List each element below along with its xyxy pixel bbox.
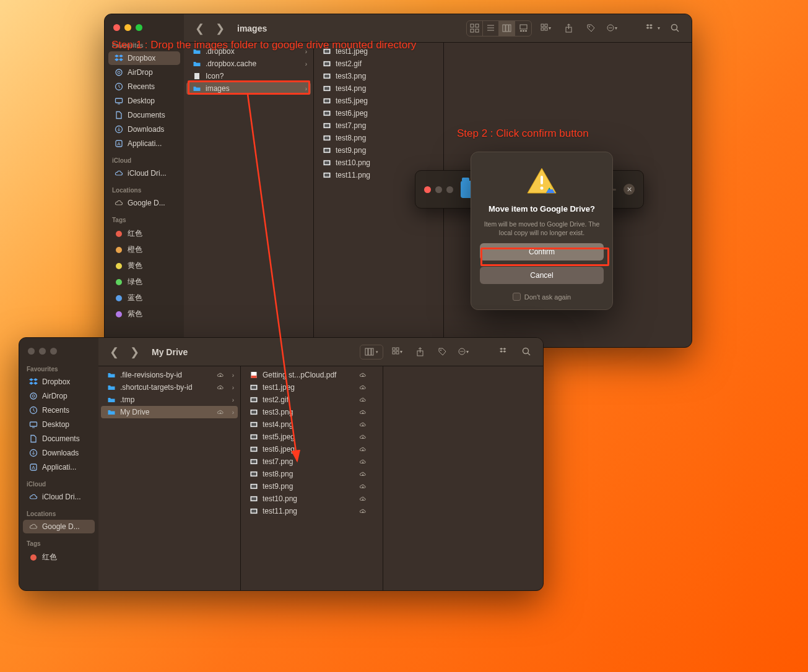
sidebar-item-recents[interactable]: Recents [108, 80, 180, 93]
file-row[interactable]: test9.png [243, 480, 380, 493]
sidebar-item--[interactable]: 紫色 [108, 306, 180, 322]
action-button[interactable]: ▾ [605, 21, 621, 36]
file-row[interactable]: My Drive› [101, 406, 238, 418]
file-row[interactable]: Icon? [186, 70, 311, 82]
close-icon[interactable] [424, 186, 431, 193]
img-icon [250, 445, 258, 454]
file-row[interactable]: test3.png [243, 406, 380, 418]
sidebar-item-desktop[interactable]: Desktop [108, 94, 180, 108]
file-row[interactable]: test6.jpeg [316, 107, 441, 119]
minimize-icon[interactable] [124, 24, 131, 31]
sidebar-item-documents[interactable]: Documents [23, 432, 95, 446]
sidebar-item--[interactable]: 绿色 [108, 274, 180, 290]
sidebar-item-google-d-[interactable]: Google D... [108, 196, 180, 210]
dont-ask-checkbox[interactable]: Don't ask again [513, 293, 571, 301]
close-icon[interactable] [28, 348, 35, 355]
tags-button[interactable] [583, 21, 599, 36]
sidebar-section-label: Locations [105, 181, 184, 196]
cancel-copy-button[interactable]: ✕ [623, 184, 635, 195]
file-row[interactable]: test9.png [316, 144, 441, 157]
file-name: test7.png [336, 121, 366, 130]
file-row[interactable]: .dropbox› [186, 45, 311, 58]
column-2[interactable]: Getting st...pCloud.pdftest1.jpegtest2.g… [241, 366, 383, 590]
back-button[interactable]: ❮ [193, 20, 207, 37]
dropbox-toolbar-icon[interactable]: ▾ [645, 21, 661, 36]
sidebar-item--[interactable]: 红色 [23, 549, 95, 565]
sidebar-item-google-d-[interactable]: Google D... [23, 520, 95, 533]
file-row[interactable]: images› [186, 82, 311, 95]
file-row[interactable]: test4.png [316, 82, 441, 95]
sidebar-item--[interactable]: 橙色 [108, 242, 180, 257]
sidebar-item--[interactable]: 蓝色 [108, 290, 180, 306]
sidebar-item-icloud-dri-[interactable]: iCloud Dri... [23, 490, 95, 504]
share-button[interactable] [560, 21, 576, 36]
sidebar-item-airdrop[interactable]: AirDrop [23, 389, 95, 403]
svg-rect-109 [251, 485, 256, 488]
close-icon[interactable] [113, 24, 120, 31]
sidebar-item-dropbox[interactable]: Dropbox [108, 51, 180, 65]
file-name: test3.png [336, 72, 366, 80]
column-view-button[interactable]: ▾ [360, 345, 383, 360]
file-row[interactable]: test10.png [316, 157, 441, 169]
cancel-button[interactable]: Cancel [480, 267, 604, 284]
file-row[interactable]: test7.png [243, 455, 380, 468]
column-1[interactable]: .file-revisions-by-id›.shortcut-targets-… [98, 366, 241, 590]
file-row[interactable]: .file-revisions-by-id› [101, 369, 238, 381]
sidebar-item-downloads[interactable]: Downloads [23, 446, 95, 460]
file-row[interactable]: test10.png [243, 493, 380, 505]
file-row[interactable]: test8.png [243, 468, 380, 480]
file-name: test9.png [336, 146, 366, 155]
icon-view-button[interactable] [467, 21, 483, 36]
file-row[interactable]: test1.jpeg [243, 381, 380, 394]
sidebar-item-applicati-[interactable]: AApplicati... [23, 460, 95, 474]
sidebar-item-desktop[interactable]: Desktop [23, 418, 95, 431]
sidebar-item--[interactable]: 红色 [108, 226, 180, 241]
sidebar-item-applicati-[interactable]: AApplicati... [108, 137, 180, 150]
share-button[interactable] [412, 345, 428, 360]
column-view-button[interactable] [499, 21, 515, 36]
file-row[interactable]: test7.png [316, 119, 441, 132]
sidebar-item-icloud-dri-[interactable]: iCloud Dri... [108, 166, 180, 180]
minimize-icon[interactable] [39, 348, 46, 355]
list-view-button[interactable] [483, 21, 499, 36]
file-row[interactable]: test4.png [243, 418, 380, 431]
file-row[interactable]: test8.png [316, 132, 441, 144]
file-row[interactable]: .tmp› [101, 394, 238, 406]
forward-button[interactable]: ❯ [128, 344, 142, 360]
sidebar-item--[interactable]: 黄色 [108, 258, 180, 274]
file-row[interactable]: .shortcut-targets-by-id› [101, 381, 238, 394]
file-row[interactable]: Getting st...pCloud.pdf [243, 369, 380, 381]
sidebar-item-recents[interactable]: Recents [23, 403, 95, 417]
file-row[interactable]: test6.jpeg [243, 443, 380, 455]
cloud-download-icon [359, 421, 367, 428]
group-button[interactable]: ▾ [389, 345, 406, 360]
confirm-button[interactable]: Confirm [480, 243, 604, 261]
sidebar-item-dropbox[interactable]: Dropbox [23, 375, 95, 389]
sidebar-item-downloads[interactable]: Downloads [108, 123, 180, 136]
file-row[interactable]: test5.jpeg [243, 431, 380, 443]
action-button[interactable]: ▾ [456, 345, 472, 360]
svg-rect-74 [371, 348, 373, 355]
dropbox-toolbar-icon[interactable] [496, 345, 512, 360]
sidebar-item-documents[interactable]: Documents [108, 108, 180, 122]
file-row[interactable]: test3.png [316, 70, 441, 82]
file-row[interactable]: test5.jpeg [316, 95, 441, 107]
maximize-icon[interactable] [50, 348, 57, 355]
sidebar-item-airdrop[interactable]: AirDrop [108, 66, 180, 79]
file-row[interactable]: test2.gif [243, 394, 380, 406]
forward-button[interactable]: ❯ [213, 20, 227, 37]
file-row[interactable]: test1.jpeg [316, 45, 441, 58]
column-1[interactable]: .dropbox›.dropbox.cache›Icon?images› [184, 43, 314, 347]
group-button[interactable]: ▾ [538, 21, 554, 36]
file-row[interactable]: test11.png [243, 505, 380, 517]
search-button[interactable] [667, 21, 683, 36]
search-button[interactable] [518, 345, 534, 360]
back-button[interactable]: ❮ [107, 344, 121, 360]
tags-button[interactable] [434, 345, 450, 360]
gallery-view-button[interactable] [515, 21, 531, 36]
column-3[interactable] [383, 366, 543, 590]
file-row[interactable]: .dropbox.cache› [186, 58, 311, 70]
file-name: test1.jpeg [336, 47, 368, 56]
file-row[interactable]: test2.gif [316, 58, 441, 70]
maximize-icon[interactable] [136, 24, 142, 31]
